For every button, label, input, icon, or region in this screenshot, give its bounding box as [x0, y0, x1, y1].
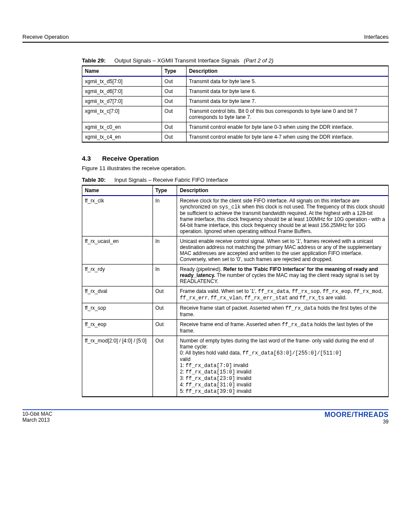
section-title: Receive Operation — [102, 155, 159, 162]
cell-name: xgmii_tx_d6[7:0] — [82, 87, 162, 96]
cell-desc: Transmit data for byte lane 5. — [186, 76, 388, 87]
table-row: ff_rx_eopOutReceive frame end of frame. … — [82, 319, 389, 336]
page-footer: 10-Gbit MAC March 2013 MOORE/THREADS 39 — [22, 409, 389, 425]
cell-type: Out — [162, 122, 186, 132]
table-row: ff_rx_sopOutReceive frame start of packe… — [82, 303, 389, 319]
cell-type: Out — [153, 319, 177, 336]
cell-desc: Transmit control bits. Bit 0 of this bus… — [186, 106, 388, 122]
cell-type: Out — [162, 132, 186, 143]
footer-date: March 2013 — [22, 417, 52, 423]
col-name: Name — [82, 66, 162, 76]
table-row: ff_rx_clkInReceive clock for the client … — [82, 196, 389, 236]
table-row: ff_rx_mod[2:0] / [4:0] / [5:0]OutNumber … — [82, 336, 389, 397]
footer-right: MOORE/THREADS 39 — [324, 411, 389, 425]
cell-name: xgmii_tx_c[7:0] — [82, 106, 162, 122]
cell-name: ff_rx_dval — [82, 286, 153, 303]
header-left: Receive Operation — [22, 34, 69, 40]
footer-doc-title: 10-Gbit MAC — [22, 411, 52, 417]
cell-desc: Transmit control enable for byte lane 4-… — [186, 132, 388, 143]
table30-label: Table 30: — [82, 177, 106, 183]
cell-type: In — [153, 196, 177, 236]
cell-desc: Number of empty bytes during the last wo… — [177, 336, 389, 397]
footer-left: 10-Gbit MAC March 2013 — [22, 411, 52, 425]
col-type: Type — [162, 66, 186, 76]
table-row: ff_rx_rdyInReady (pipelined). Refer to t… — [82, 264, 389, 286]
cell-name: xgmii_tx_d7[7:0] — [82, 96, 162, 106]
cell-name: ff_rx_ucast_en — [82, 236, 153, 264]
table29-caption: Table 29: Output Signals – XGMII Transmi… — [82, 57, 389, 64]
cell-type: Out — [162, 96, 186, 106]
cell-type: In — [153, 236, 177, 264]
cell-desc: Ready (pipelined). Refer to the 'Fabic F… — [177, 264, 389, 286]
cell-name: ff_rx_mod[2:0] / [4:0] / [5:0] — [82, 336, 153, 397]
cell-name: xgmii_tx_d5[7:0] — [82, 76, 162, 87]
table-row: ff_rx_dvalOutFrame data valid. When set … — [82, 286, 389, 303]
cell-desc: Transmit data for byte lane 6. — [186, 87, 388, 96]
running-header: Receive Operation Interfaces — [22, 34, 389, 40]
table-row: xgmii_tx_c4_enOutTransmit control enable… — [82, 132, 389, 143]
cell-type: Out — [162, 106, 186, 122]
cell-desc: Transmit control enable for byte lane 0-… — [186, 122, 388, 132]
table-row: xgmii_tx_d5[7:0]OutTransmit data for byt… — [82, 76, 389, 87]
table30-caption: Table 30: Input Signals – Receive Fabric… — [82, 177, 389, 183]
cell-type: Out — [153, 286, 177, 303]
brand-logo: MOORE/THREADS — [324, 411, 389, 419]
cell-desc: Receive frame start of packet. Asserted … — [177, 303, 389, 319]
cell-type: Out — [153, 303, 177, 319]
cell-name: xgmii_tx_c4_en — [82, 132, 162, 143]
page-number: 39 — [324, 419, 389, 425]
cell-type: Out — [162, 87, 186, 96]
table29-title: Output Signals – XGMII Transmit Interfac… — [114, 57, 239, 64]
cell-desc: Receive clock for the client side FIFO i… — [177, 196, 389, 236]
cell-desc: Receive frame end of frame. Asserted whe… — [177, 319, 389, 336]
cell-name: ff_rx_rdy — [82, 264, 153, 286]
section-para: Figure 11 illustrates the receive operat… — [82, 165, 389, 172]
table-row: ff_rx_ucast_enInUnicast enable receive c… — [82, 236, 389, 264]
col-desc: Description — [186, 66, 388, 76]
col-name: Name — [82, 185, 153, 196]
header-right: Interfaces — [364, 34, 389, 40]
section-number: 4.3 — [82, 155, 91, 162]
header-rule — [22, 42, 389, 43]
table29-label: Table 29: — [82, 57, 106, 64]
table-row: xgmii_tx_d7[7:0]OutTransmit data for byt… — [82, 96, 389, 106]
cell-desc: Unicast enable receive control signal. W… — [177, 236, 389, 264]
table-row: xgmii_tx_d6[7:0]OutTransmit data for byt… — [82, 87, 389, 96]
table29-note: (Part 2 of 2) — [244, 57, 274, 64]
cell-type: Out — [153, 336, 177, 397]
cell-desc: Frame data valid. When set to '1', ff_rx… — [177, 286, 389, 303]
table29: Name Type Description xgmii_tx_d5[7:0]Ou… — [82, 65, 389, 143]
table-row: xgmii_tx_c0_enOutTransmit control enable… — [82, 122, 389, 132]
cell-type: Out — [162, 76, 186, 87]
cell-name: ff_rx_eop — [82, 319, 153, 336]
cell-type: In — [153, 264, 177, 286]
cell-name: ff_rx_clk — [82, 196, 153, 236]
cell-name: ff_rx_sop — [82, 303, 153, 319]
table-row: xgmii_tx_c[7:0]OutTransmit control bits.… — [82, 106, 389, 122]
col-desc: Description — [177, 185, 389, 196]
table-header-row: Name Type Description — [82, 185, 389, 196]
section-heading: 4.3 Receive Operation — [82, 155, 389, 162]
table30: Name Type Description ff_rx_clkInReceive… — [82, 185, 389, 397]
cell-name: xgmii_tx_c0_en — [82, 122, 162, 132]
table-header-row: Name Type Description — [82, 66, 389, 76]
col-type: Type — [153, 185, 177, 196]
cell-desc: Transmit data for byte lane 7. — [186, 96, 388, 106]
table30-title: Input Signals – Receive Fabric FIFO Inte… — [114, 177, 228, 183]
